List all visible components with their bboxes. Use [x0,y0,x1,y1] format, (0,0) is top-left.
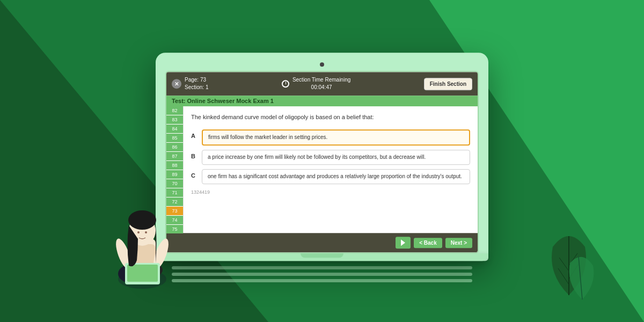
question-text: The kinked demand curve model of oligopo… [191,113,470,122]
close-button[interactable]: ✕ [172,79,181,89]
svg-point-12 [145,231,147,233]
page-number: 73 [200,77,206,83]
option-letter-b: B [191,150,197,159]
screen-footer: < Back Next > [166,233,478,252]
laptop-camera [320,62,324,67]
section-label: Section: [185,84,204,90]
laptop-base [156,253,488,261]
question-area: The kinked demand curve model of oligopo… [184,106,478,233]
answer-option-c[interactable]: Cone firm has a significant cost advanta… [191,169,470,184]
laptop-stand [301,253,343,258]
test-title-bar: Test: Online Schweser Mock Exam 1 [166,96,478,106]
question-num-86[interactable]: 86 [166,143,183,152]
question-num-85[interactable]: 85 [166,134,183,143]
header-timer-section: Section Time Remaining 00:04:47 [282,76,350,91]
answer-option-a[interactable]: Afirms will follow the market leader in … [191,129,470,145]
test-title: Test: Online Schweser Mock Exam 1 [172,98,274,104]
leaf-decoration [537,220,601,301]
section-number: 1 [206,84,209,90]
option-letter-c: C [191,169,197,179]
exam-header: ✕ Page: 73 Section: 1 Section Time Remai… [166,72,478,96]
flag-button[interactable] [396,237,411,248]
page-section-info: Page: 73 Section: 1 [185,76,208,91]
question-num-84[interactable]: 84 [166,125,183,134]
bench-decoration [172,266,472,286]
answer-option-b[interactable]: Ba price increase by one firm will likel… [191,150,470,165]
option-text-a[interactable]: firms will follow the market leader in s… [202,129,470,145]
svg-rect-8 [127,265,158,282]
flag-icon [401,239,405,246]
clock-icon [282,80,289,87]
person-illustration [99,174,185,292]
laptop-screen: ✕ Page: 73 Section: 1 Section Time Remai… [165,71,479,253]
header-left-section: ✕ Page: 73 Section: 1 [172,76,208,91]
back-button[interactable]: < Back [414,238,442,248]
option-letter-a: A [191,129,197,139]
option-text-c[interactable]: one firm has a significant cost advantag… [202,169,470,184]
question-num-83[interactable]: 83 [166,115,183,125]
question-num-88[interactable]: 88 [166,161,183,170]
laptop-screen-outer: ✕ Page: 73 Section: 1 Section Time Remai… [156,53,488,261]
page-label: Page: [185,77,199,83]
finish-section-button[interactable]: Finish Section [424,78,472,90]
answer-options: Afirms will follow the market leader in … [191,129,470,184]
question-num-82[interactable]: 82 [166,106,183,115]
question-id: 1324419 [191,189,470,195]
screen-body: 82838485868788897071727374757677 The kin… [166,106,478,233]
time-value: 00:04:47 [292,84,350,91]
time-remaining-display: Section Time Remaining 00:04:47 [292,76,350,91]
svg-point-10 [128,210,156,230]
option-text-b[interactable]: a price increase by one firm will likely… [202,150,470,165]
question-num-87[interactable]: 87 [166,152,183,161]
laptop-container: ✕ Page: 73 Section: 1 Section Time Remai… [156,53,488,261]
time-remaining-label: Section Time Remaining [292,76,350,84]
svg-point-11 [137,231,140,233]
next-button[interactable]: Next > [445,238,472,248]
